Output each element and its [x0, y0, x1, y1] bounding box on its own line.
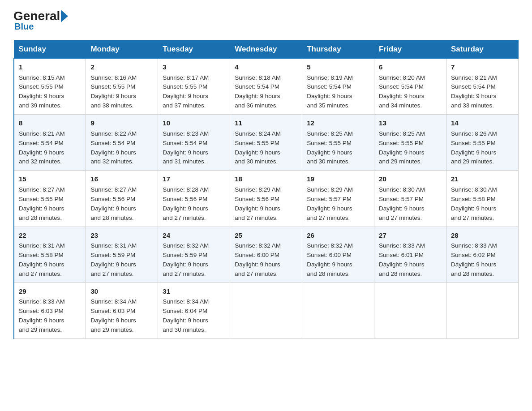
day-sun-info: Sunrise: 8:32 AMSunset: 6:00 PMDaylight:… [235, 241, 297, 279]
day-number: 25 [235, 231, 297, 241]
day-sun-info: Sunrise: 8:33 AMSunset: 6:01 PMDaylight:… [379, 241, 442, 279]
weekday-header-thursday: Thursday [302, 40, 374, 59]
day-sun-info: Sunrise: 8:16 AMSunset: 5:55 PMDaylight:… [90, 73, 153, 111]
weekday-header-wednesday: Wednesday [230, 40, 302, 59]
day-number: 5 [307, 62, 369, 73]
day-sun-info: Sunrise: 8:29 AMSunset: 5:56 PMDaylight:… [235, 185, 297, 223]
logo-arrow-icon [61, 10, 68, 22]
day-sun-info: Sunrise: 8:26 AMSunset: 5:55 PMDaylight:… [451, 129, 514, 167]
weekday-header-monday: Monday [86, 40, 158, 59]
day-sun-info: Sunrise: 8:34 AMSunset: 6:04 PMDaylight:… [163, 297, 225, 335]
day-number: 27 [379, 231, 442, 241]
day-number: 1 [19, 62, 81, 73]
day-cell: 3Sunrise: 8:17 AMSunset: 5:55 PMDaylight… [158, 59, 230, 115]
day-cell: 29Sunrise: 8:33 AMSunset: 6:03 PMDayligh… [14, 283, 86, 338]
day-cell [446, 283, 519, 338]
day-sun-info: Sunrise: 8:31 AMSunset: 5:59 PMDaylight:… [90, 241, 153, 279]
day-number: 13 [379, 118, 442, 128]
day-number: 2 [90, 62, 153, 73]
logo-blue-text: Blue [13, 21, 34, 32]
day-cell: 28Sunrise: 8:33 AMSunset: 6:02 PMDayligh… [446, 227, 519, 283]
week-row-3: 15Sunrise: 8:27 AMSunset: 5:55 PMDayligh… [14, 171, 519, 227]
day-sun-info: Sunrise: 8:27 AMSunset: 5:55 PMDaylight:… [19, 185, 81, 223]
week-row-2: 8Sunrise: 8:21 AMSunset: 5:54 PMDaylight… [14, 115, 519, 171]
day-cell: 5Sunrise: 8:19 AMSunset: 5:54 PMDaylight… [302, 59, 374, 115]
day-number: 20 [379, 174, 442, 184]
weekday-header-sunday: Sunday [14, 40, 86, 59]
day-sun-info: Sunrise: 8:21 AMSunset: 5:54 PMDaylight:… [451, 73, 514, 111]
day-sun-info: Sunrise: 8:32 AMSunset: 5:59 PMDaylight:… [163, 241, 225, 279]
day-sun-info: Sunrise: 8:19 AMSunset: 5:54 PMDaylight:… [307, 73, 369, 111]
day-cell: 24Sunrise: 8:32 AMSunset: 5:59 PMDayligh… [158, 227, 230, 283]
day-sun-info: Sunrise: 8:30 AMSunset: 5:58 PMDaylight:… [451, 185, 514, 223]
week-row-5: 29Sunrise: 8:33 AMSunset: 6:03 PMDayligh… [14, 283, 519, 338]
day-sun-info: Sunrise: 8:31 AMSunset: 5:58 PMDaylight:… [19, 241, 81, 279]
day-number: 7 [451, 62, 514, 73]
day-sun-info: Sunrise: 8:21 AMSunset: 5:54 PMDaylight:… [19, 129, 81, 167]
day-sun-info: Sunrise: 8:34 AMSunset: 6:03 PMDaylight:… [90, 297, 153, 335]
day-cell [230, 283, 302, 338]
day-cell: 4Sunrise: 8:18 AMSunset: 5:54 PMDaylight… [230, 59, 302, 115]
logo: General Blue [13, 9, 69, 32]
day-cell: 22Sunrise: 8:31 AMSunset: 5:58 PMDayligh… [14, 227, 86, 283]
day-number: 12 [307, 118, 369, 128]
day-number: 19 [307, 174, 369, 184]
day-sun-info: Sunrise: 8:32 AMSunset: 6:00 PMDaylight:… [307, 241, 369, 279]
day-cell: 27Sunrise: 8:33 AMSunset: 6:01 PMDayligh… [374, 227, 446, 283]
day-number: 26 [307, 231, 369, 241]
day-cell: 18Sunrise: 8:29 AMSunset: 5:56 PMDayligh… [230, 171, 302, 227]
day-number: 17 [163, 174, 225, 184]
day-number: 24 [163, 231, 225, 241]
day-cell: 16Sunrise: 8:27 AMSunset: 5:56 PMDayligh… [86, 171, 158, 227]
day-cell [374, 283, 446, 338]
day-number: 8 [19, 118, 81, 128]
day-cell: 26Sunrise: 8:32 AMSunset: 6:00 PMDayligh… [302, 227, 374, 283]
day-cell: 25Sunrise: 8:32 AMSunset: 6:00 PMDayligh… [230, 227, 302, 283]
day-sun-info: Sunrise: 8:30 AMSunset: 5:57 PMDaylight:… [379, 185, 442, 223]
day-sun-info: Sunrise: 8:18 AMSunset: 5:54 PMDaylight:… [235, 73, 297, 111]
day-number: 23 [90, 231, 153, 241]
day-number: 15 [19, 174, 81, 184]
day-cell: 23Sunrise: 8:31 AMSunset: 5:59 PMDayligh… [86, 227, 158, 283]
day-number: 3 [163, 62, 225, 73]
day-sun-info: Sunrise: 8:33 AMSunset: 6:02 PMDaylight:… [451, 241, 514, 279]
day-sun-info: Sunrise: 8:20 AMSunset: 5:54 PMDaylight:… [379, 73, 442, 111]
day-cell: 13Sunrise: 8:25 AMSunset: 5:55 PMDayligh… [374, 115, 446, 171]
day-cell: 1Sunrise: 8:15 AMSunset: 5:55 PMDaylight… [14, 59, 86, 115]
day-sun-info: Sunrise: 8:24 AMSunset: 5:55 PMDaylight:… [235, 129, 297, 167]
day-number: 30 [90, 287, 153, 297]
day-cell: 15Sunrise: 8:27 AMSunset: 5:55 PMDayligh… [14, 171, 86, 227]
day-cell: 12Sunrise: 8:25 AMSunset: 5:55 PMDayligh… [302, 115, 374, 171]
page-header: General Blue [13, 9, 519, 32]
day-sun-info: Sunrise: 8:25 AMSunset: 5:55 PMDaylight:… [379, 129, 442, 167]
day-cell: 9Sunrise: 8:22 AMSunset: 5:54 PMDaylight… [86, 115, 158, 171]
day-cell: 2Sunrise: 8:16 AMSunset: 5:55 PMDaylight… [86, 59, 158, 115]
day-cell: 7Sunrise: 8:21 AMSunset: 5:54 PMDaylight… [446, 59, 519, 115]
day-cell [302, 283, 374, 338]
day-sun-info: Sunrise: 8:23 AMSunset: 5:54 PMDaylight:… [163, 129, 225, 167]
week-row-4: 22Sunrise: 8:31 AMSunset: 5:58 PMDayligh… [14, 227, 519, 283]
day-number: 18 [235, 174, 297, 184]
day-sun-info: Sunrise: 8:29 AMSunset: 5:57 PMDaylight:… [307, 185, 369, 223]
day-cell: 20Sunrise: 8:30 AMSunset: 5:57 PMDayligh… [374, 171, 446, 227]
day-number: 10 [163, 118, 225, 128]
day-cell: 21Sunrise: 8:30 AMSunset: 5:58 PMDayligh… [446, 171, 519, 227]
day-cell: 14Sunrise: 8:26 AMSunset: 5:55 PMDayligh… [446, 115, 519, 171]
day-number: 29 [19, 287, 81, 297]
day-number: 9 [90, 118, 153, 128]
day-cell: 31Sunrise: 8:34 AMSunset: 6:04 PMDayligh… [158, 283, 230, 338]
day-number: 31 [163, 287, 225, 297]
day-cell: 30Sunrise: 8:34 AMSunset: 6:03 PMDayligh… [86, 283, 158, 338]
day-number: 6 [379, 62, 442, 73]
weekday-header-row: SundayMondayTuesdayWednesdayThursdayFrid… [14, 40, 519, 59]
day-cell: 10Sunrise: 8:23 AMSunset: 5:54 PMDayligh… [158, 115, 230, 171]
day-sun-info: Sunrise: 8:22 AMSunset: 5:54 PMDaylight:… [90, 129, 153, 167]
weekday-header-friday: Friday [374, 40, 446, 59]
day-number: 21 [451, 174, 514, 184]
day-cell: 6Sunrise: 8:20 AMSunset: 5:54 PMDaylight… [374, 59, 446, 115]
day-cell: 11Sunrise: 8:24 AMSunset: 5:55 PMDayligh… [230, 115, 302, 171]
day-number: 22 [19, 231, 81, 241]
weekday-header-tuesday: Tuesday [158, 40, 230, 59]
weekday-header-saturday: Saturday [446, 40, 519, 59]
day-number: 11 [235, 118, 297, 128]
